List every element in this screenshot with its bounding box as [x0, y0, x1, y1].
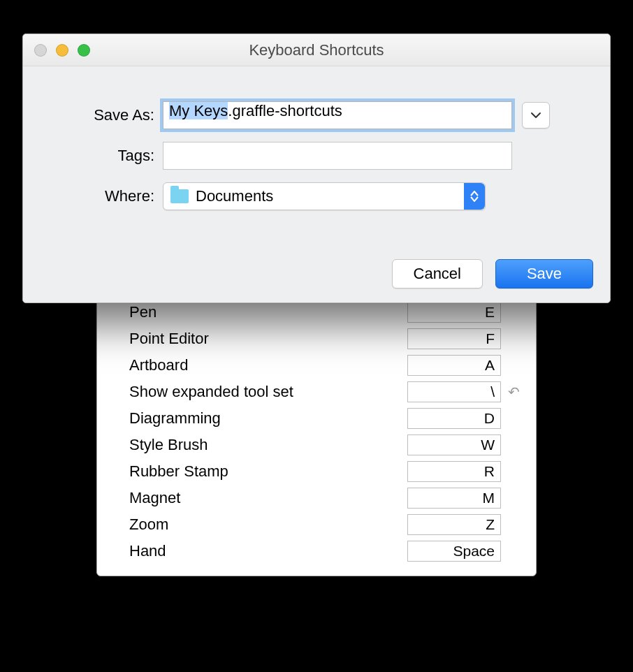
shortcut-input[interactable]: M [407, 488, 501, 509]
chevron-down-icon [531, 112, 541, 119]
shortcut-label: Zoom [128, 516, 407, 534]
where-select[interactable]: Documents [163, 182, 486, 210]
shortcut-label: Show expanded tool set [128, 383, 407, 401]
shortcut-label: Diagramming [128, 409, 407, 428]
shortcut-input[interactable]: \ [407, 381, 501, 402]
tags-input[interactable] [163, 142, 512, 170]
undo-icon[interactable]: ↶ [508, 385, 522, 399]
where-label: Where: [23, 187, 163, 205]
cancel-button[interactable]: Cancel [392, 259, 483, 288]
shortcut-row: MagnetM↶ [128, 485, 522, 511]
shortcut-input[interactable]: D [407, 408, 501, 429]
shortcut-label: Magnet [128, 489, 407, 507]
shortcut-row: ArtboardA↶ [128, 352, 522, 379]
shortcut-label: Artboard [128, 356, 407, 374]
window-title: Keyboard Shortcuts [23, 41, 610, 59]
shortcut-input[interactable]: A [407, 355, 501, 376]
minimize-icon[interactable] [56, 44, 68, 57]
shortcut-row: DiagrammingD↶ [128, 405, 522, 432]
shortcut-row: Show expanded tool set\↶ [128, 379, 522, 405]
save-as-input[interactable]: My Keys.graffle-shortcuts [163, 101, 512, 129]
shortcut-row: Rubber StampR↶ [128, 458, 522, 485]
shortcut-input[interactable]: W [407, 434, 501, 455]
shortcut-row: Style BrushW↶ [128, 432, 522, 458]
shortcut-label: Pen [128, 303, 407, 321]
tags-label: Tags: [23, 147, 163, 165]
filename-extension: .graffle-shortcuts [228, 102, 342, 119]
filename-selected: My Keys [169, 102, 228, 119]
shortcut-input[interactable]: R [407, 461, 501, 482]
shortcut-input[interactable]: E [407, 302, 501, 323]
zoom-icon[interactable] [78, 44, 90, 57]
folder-icon [170, 189, 189, 203]
close-icon[interactable] [34, 44, 47, 57]
save-sheet: Keyboard Shortcuts Save As: My Keys.graf… [22, 34, 611, 303]
shortcut-label: Hand [128, 542, 407, 560]
updown-arrows-icon [464, 183, 485, 210]
shortcut-input[interactable]: Space [407, 541, 501, 562]
save-button[interactable]: Save [495, 259, 593, 288]
shortcut-label: Style Brush [128, 436, 407, 454]
shortcuts-list: PenE↶Point EditorF↶ArtboardA↶Show expand… [128, 299, 522, 564]
shortcut-label: Point Editor [128, 330, 407, 348]
titlebar: Keyboard Shortcuts [23, 34, 610, 66]
shortcut-label: Rubber Stamp [128, 462, 407, 481]
where-value: Documents [196, 187, 273, 205]
shortcut-row: Point EditorF↶ [128, 326, 522, 352]
shortcut-input[interactable]: F [407, 328, 501, 349]
traffic-lights [23, 44, 90, 57]
shortcut-row: ZoomZ↶ [128, 511, 522, 538]
shortcut-input[interactable]: Z [407, 514, 501, 535]
shortcut-row: HandSpace↶ [128, 538, 522, 564]
save-as-label: Save As: [23, 106, 163, 124]
expand-button[interactable] [522, 102, 550, 129]
